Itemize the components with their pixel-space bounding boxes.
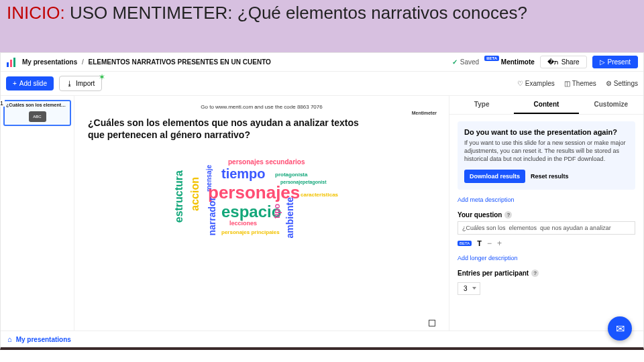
present-footer-icon[interactable] — [429, 320, 435, 326]
beta-badge: BETA — [484, 56, 499, 61]
beta-badge: BETA — [458, 241, 472, 246]
bottom-bar: ⌂ My presentations — [1, 330, 643, 347]
info-title: Do you want to use the presentation agai… — [464, 128, 629, 136]
topbar: My presentations / ELEMENTOS NARRATIVOS … — [1, 53, 643, 72]
slide-thumbnail-1[interactable]: 1 ¿Cuáles son los element… ABC — [3, 100, 71, 126]
help-icon[interactable]: ? — [504, 211, 512, 219]
word-cloud: estructuraaccionmensajepersonajes secund… — [134, 150, 389, 257]
add-meta-description-link[interactable]: Add meta description — [458, 196, 635, 203]
breadcrumb-title: ELEMENTOS NARRATIVOS PRESENTES EN UN CUE… — [89, 58, 271, 66]
entries-label: Entries per participant ? — [458, 269, 635, 277]
slide-question: ¿Cuáles son los elementos que nos ayudan… — [88, 117, 370, 141]
tab-customize[interactable]: Customize — [579, 96, 643, 114]
present-button[interactable]: ▷ Present — [592, 56, 638, 68]
download-icon: ⭳ — [66, 80, 73, 87]
wordcloud-word: personajes secundarios — [228, 158, 305, 166]
my-presentations-link[interactable]: My presentations — [16, 336, 71, 343]
wordcloud-word: tipo — [272, 204, 282, 219]
tab-type[interactable]: Type — [449, 96, 514, 114]
side-panel: Type Content Customize Do you want to us… — [449, 96, 643, 330]
plus-icon: + — [13, 80, 17, 87]
chat-icon: ✉ — [616, 322, 625, 335]
svg-rect-2 — [13, 58, 15, 67]
check-icon: ✓ — [452, 58, 458, 66]
panel-tabs: Type Content Customize — [449, 96, 643, 115]
mentimote-button[interactable]: BETA Mentimote — [484, 58, 535, 66]
question-input[interactable] — [458, 221, 635, 235]
wordcloud-word: personajes principales — [221, 229, 280, 235]
slide-canvas: Go to www.menti.com and use the code 886… — [74, 96, 449, 330]
mentimeter-app: My presentations / ELEMENTOS NARRATIVOS … — [0, 52, 644, 350]
slide-number: 1 — [0, 100, 5, 107]
share-icon: �ת — [547, 58, 559, 66]
panel-body: Do you want to use the presentation agai… — [449, 115, 643, 302]
saved-status: ✓ Saved — [452, 58, 479, 66]
heading-prefix: INICIO: — [7, 3, 65, 23]
wordcloud-word: protagonista — [275, 172, 307, 178]
import-button[interactable]: ⭳ Import ✶ — [59, 76, 102, 91]
toolbar: + Add slide ⭳ Import ✶ ♡Examples ◫Themes… — [1, 72, 643, 96]
add-longer-description-link[interactable]: Add longer description — [458, 255, 635, 261]
add-slide-button[interactable]: + Add slide — [6, 76, 54, 90]
svg-rect-1 — [10, 60, 12, 67]
mentimeter-watermark: Mentimeter — [412, 111, 437, 115]
wordcloud-word: accion — [189, 177, 201, 211]
play-icon: ▷ — [600, 58, 605, 66]
wordcloud-word: narrador — [207, 197, 217, 236]
breadcrumb-separator: / — [82, 58, 84, 66]
font-decrease-button[interactable]: − — [487, 239, 492, 248]
reset-results-button[interactable]: Reset results — [531, 170, 569, 183]
text-icon: T — [477, 239, 482, 247]
info-body: If you want to use this slide for a new … — [464, 139, 629, 163]
toolbar-right: ♡Examples ◫Themes ⚙Settings — [517, 80, 638, 87]
workspace: 1 ¿Cuáles son los element… ABC Go to www… — [1, 96, 643, 330]
wordcloud-type-icon: ABC — [29, 111, 46, 122]
tab-content[interactable]: Content — [514, 96, 578, 114]
entries-select[interactable]: 3 — [458, 282, 480, 295]
font-size-row: BETA T − + — [458, 239, 635, 248]
mentimeter-logo-icon — [6, 57, 17, 68]
your-question-label: Your question ? — [458, 211, 635, 219]
thumbnail-title: ¿Cuáles son los element… — [6, 103, 68, 107]
breadcrumb-root[interactable]: My presentations — [22, 58, 77, 66]
slide-thumbnail-strip: 1 ¿Cuáles son los element… ABC — [1, 96, 74, 330]
settings-button[interactable]: ⚙Settings — [606, 80, 638, 87]
wordcloud-word: estructura — [173, 170, 185, 223]
download-results-button[interactable]: Download results — [464, 170, 525, 183]
svg-rect-0 — [7, 62, 9, 67]
menti-join-hint: Go to www.menti.com and use the code 886… — [88, 104, 435, 110]
chat-fab[interactable]: ✉ — [608, 316, 632, 341]
reuse-info-box: Do you want to use the presentation agai… — [458, 121, 635, 190]
share-button[interactable]: �ת Share — [540, 56, 587, 68]
examples-button[interactable]: ♡Examples — [517, 80, 555, 87]
wordcloud-word: ambiente — [284, 197, 295, 238]
themes-icon: ◫ — [564, 80, 570, 87]
wordcloud-word: caracteristicas — [301, 192, 338, 198]
lightbulb-icon: ♡ — [517, 80, 523, 87]
breadcrumb[interactable]: My presentations / ELEMENTOS NARRATIVOS … — [22, 58, 271, 66]
wordcloud-word: tiempo — [221, 166, 266, 182]
wordcloud-word: lecciones — [229, 220, 257, 227]
font-increase-button[interactable]: + — [497, 239, 502, 248]
document-slide-heading: INICIO: USO MENTIMETER: ¿Qué elementos n… — [0, 0, 644, 52]
gear-icon: ⚙ — [606, 80, 612, 87]
help-icon[interactable]: ? — [531, 269, 539, 277]
themes-button[interactable]: ◫Themes — [564, 80, 596, 87]
home-icon[interactable]: ⌂ — [7, 335, 12, 343]
heading-rest: USO MENTIMETER: ¿Qué elementos narrativo… — [65, 3, 527, 23]
new-feature-star-icon: ✶ — [99, 72, 105, 82]
